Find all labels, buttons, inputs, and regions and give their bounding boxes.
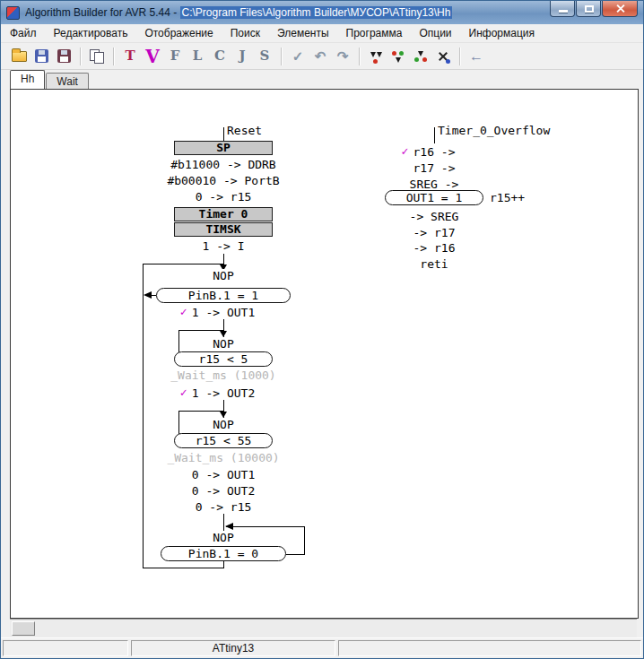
clear-breakpoints-button[interactable] <box>432 46 454 67</box>
save-all-icon <box>57 49 71 63</box>
flow-statement[interactable]: 0 -> r15 <box>194 190 254 204</box>
flow-statement[interactable]: NOP <box>211 337 235 351</box>
minimize-button[interactable] <box>550 1 575 17</box>
horizontal-scrollbar-thumb[interactable] <box>12 621 35 636</box>
copy-button[interactable] <box>86 46 108 67</box>
flow-statement[interactable]: 0 -> OUT1 <box>190 468 257 481</box>
tab-hh[interactable]: Hh <box>10 70 45 89</box>
flow-statement[interactable]: r17 -> <box>412 161 457 175</box>
flow-statement[interactable]: SREG -> <box>408 178 461 191</box>
flow-side-statement[interactable]: r15++ <box>490 191 525 204</box>
letter-J-icon: J <box>239 49 245 63</box>
toolbar-separator <box>281 48 282 65</box>
window-title-prefix: Algorithm Builder for AVR 5.44 - <box>25 6 180 19</box>
flow-box[interactable]: TIMSK <box>174 222 273 237</box>
save-all-button[interactable] <box>53 46 74 67</box>
tabbar: Hh Wait <box>1 70 643 89</box>
flow-disabled-statement[interactable]: _Wait_ms (1000) <box>169 369 277 382</box>
element-field-button[interactable]: F <box>164 46 186 67</box>
maximize-button[interactable] <box>576 1 601 17</box>
menu-elements[interactable]: Элементы <box>277 27 329 39</box>
horizontal-scrollbar[interactable] <box>10 619 637 637</box>
flow-statement[interactable]: NOP <box>211 269 235 282</box>
titlebar[interactable]: Algorithm Builder for AVR 5.44 - C:\Prog… <box>1 1 643 24</box>
letter-F-icon: F <box>170 49 180 63</box>
flow-condition[interactable]: PinB.1 = 1 <box>156 288 291 303</box>
element-setter-button[interactable]: S <box>254 46 275 67</box>
flow-statement[interactable]: -> r16 <box>412 241 457 255</box>
breakpoint-check-icon: ✓ <box>402 144 409 158</box>
save-button[interactable] <box>30 46 52 67</box>
element-vertex-button[interactable]: V <box>142 46 163 67</box>
letter-C-icon: C <box>214 49 225 63</box>
letter-S-icon: S <box>260 49 270 63</box>
flow-condition[interactable]: r15 < 55 <box>174 433 273 448</box>
canvas-frame: Reset SP #b11000 -> DDRB #b00010 -> Port… <box>1 89 643 619</box>
flow-statement[interactable]: NOP <box>211 418 235 431</box>
flow-label-timer0-overflow[interactable]: Timer_0_Overflow <box>438 124 550 137</box>
undo-button[interactable]: ↶ <box>309 46 331 67</box>
window-title: Algorithm Builder for AVR 5.44 - C:\Prog… <box>25 6 638 19</box>
element-text-button[interactable]: T <box>119 46 141 67</box>
tab-wait[interactable]: Wait <box>46 73 89 89</box>
status-cell-left <box>3 640 128 656</box>
menu-info[interactable]: Информация <box>469 27 535 39</box>
flow-condition[interactable]: OUT1 = 1 <box>385 190 483 205</box>
flow-statement[interactable]: ✓1 -> OUT2 <box>190 386 257 400</box>
redo-button[interactable]: ↷ <box>332 46 353 67</box>
clear-breakpoints-icon <box>435 48 451 65</box>
menu-view[interactable]: Отображение <box>144 27 213 39</box>
menu-options[interactable]: Опции <box>419 27 451 39</box>
statement-text: r16 -> <box>413 145 456 159</box>
app-window: Algorithm Builder for AVR 5.44 - C:\Prog… <box>0 0 644 659</box>
verify-button[interactable]: ✓ <box>287 46 309 67</box>
flow-condition[interactable]: PinB.1 = 0 <box>161 546 286 561</box>
toolbar: T V F L C J S ✓ ↶ ↷ ← <box>1 43 643 70</box>
flow-statement[interactable]: ✓1 -> OUT1 <box>190 306 257 319</box>
maximize-icon <box>585 5 594 13</box>
element-condition-button[interactable]: C <box>209 46 231 67</box>
undo-icon: ↶ <box>315 49 326 63</box>
toolbar-separator <box>113 48 114 65</box>
toggle-breakpoint-icon <box>368 48 384 65</box>
flow-statement[interactable]: -> r17 <box>412 226 457 239</box>
flow-statement[interactable]: reti <box>418 257 449 271</box>
copy-icon <box>90 49 104 63</box>
flow-disabled-statement[interactable]: _Wait_ms (10000) <box>165 451 281 464</box>
flow-statement[interactable]: #b00010 -> PortB <box>165 174 281 187</box>
back-button[interactable]: ← <box>466 46 487 67</box>
flow-statement[interactable]: -> SREG <box>408 210 461 223</box>
algorithm-canvas[interactable]: Reset SP #b11000 -> DDRB #b00010 -> Port… <box>10 89 639 619</box>
toggle-breakpoint-button[interactable] <box>365 46 387 67</box>
flow-box[interactable]: Timer 0 <box>174 207 273 221</box>
flow-label-reset[interactable]: Reset <box>227 124 262 137</box>
window-controls <box>550 1 638 17</box>
run-to-breakpoint-button[interactable] <box>387 46 409 67</box>
menu-edit[interactable]: Редактировать <box>54 27 128 39</box>
flow-statement[interactable]: ✓r16 -> <box>412 145 457 159</box>
close-button[interactable] <box>602 1 638 17</box>
redo-icon: ↷ <box>337 49 349 63</box>
flow-statement[interactable]: #b11000 -> DDRB <box>169 158 277 171</box>
step-breakpoint-button[interactable] <box>410 46 431 67</box>
menu-file[interactable]: Файл <box>10 27 37 39</box>
flow-statement[interactable]: 0 -> r15 <box>194 500 254 514</box>
flow-statement[interactable]: NOP <box>211 531 235 544</box>
letter-L-icon: L <box>193 49 203 63</box>
statement-text: 1 -> OUT1 <box>192 306 255 319</box>
menu-program[interactable]: Программа <box>346 27 403 39</box>
element-label-button[interactable]: L <box>187 46 208 67</box>
status-cell-right <box>338 640 641 656</box>
back-arrow-icon: ← <box>469 49 483 64</box>
element-jump-button[interactable]: J <box>231 46 253 67</box>
save-icon <box>35 49 48 63</box>
toolbar-separator <box>359 48 360 65</box>
menu-search[interactable]: Поиск <box>231 27 260 39</box>
flow-connectors <box>11 90 638 617</box>
check-icon: ✓ <box>292 49 304 63</box>
flow-condition[interactable]: r15 < 5 <box>174 351 273 367</box>
flow-statement[interactable]: 0 -> OUT2 <box>190 484 257 498</box>
flow-statement[interactable]: 1 -> I <box>201 239 247 253</box>
flow-box[interactable]: SP <box>174 141 273 155</box>
open-button[interactable] <box>8 46 30 67</box>
